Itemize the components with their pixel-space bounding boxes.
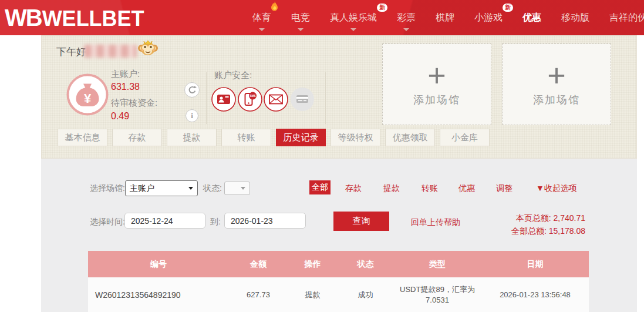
nav-item-sports[interactable]: 体育 [252,0,271,35]
col-header-id: 编号 [88,259,229,270]
info-icon: i [191,111,193,120]
table-header-row: 编号 金额 操作 状态 类型 日期 [88,251,589,277]
status-select-label: 状态: [203,183,222,194]
venue-select[interactable]: 主账户 [125,180,198,196]
history-table: 编号 金额 操作 状态 类型 日期 W26012313564892190 627… [88,251,589,312]
plus-icon: + [547,62,566,88]
add-venue-box-2[interactable]: + 添加场馆 [502,43,611,125]
wellbet-logo[interactable]: WB WELLBET [5,5,144,31]
add-venue-label: 添加场馆 [413,93,460,107]
nav-label: 吉祥的伙 [609,12,644,24]
cell-id: W26012313564892190 [88,290,229,300]
nav-item-mini-games[interactable]: 小游戏 新 [474,0,503,35]
cell-operation: 提款 [288,290,338,300]
tab-promo-claim[interactable]: 优惠领取 [385,129,435,146]
money-bag-icon: ¥ [66,73,109,118]
nav-label: 棋牌 [436,12,454,24]
svg-text:¥: ¥ [84,91,92,106]
main-account-value: 631.38 [111,82,140,92]
chevron-down-icon [259,28,265,31]
date-from-input[interactable] [124,213,205,229]
nav-item-esports[interactable]: 电竞 [291,0,310,35]
logo-text: WELLBET [42,6,144,31]
pending-funds-label: 待审核资金: [111,98,157,109]
refresh-icon [188,86,197,95]
nav-item-promotions[interactable]: 优惠 [522,0,541,35]
type-tab-transfer[interactable]: 转账 [422,183,438,194]
bank-card-verify-icon[interactable] [290,87,315,114]
sms-verify-icon[interactable]: SMS [238,87,262,114]
nav-item-mobile[interactable]: 移动版 [561,0,589,35]
add-venue-box-1[interactable]: + 添加场馆 [382,43,491,125]
tab-withdraw[interactable]: 提款 [167,129,217,146]
tab-basic-info[interactable]: 基本信息 [58,129,107,146]
nav-label: 优惠 [522,12,541,24]
main-nav: 体育 电竞 真人娱乐城 新 彩票 棋牌 小游戏 新 优惠 [252,0,644,35]
greeting-text: 下午好 [56,45,86,59]
nav-label: 小游戏 [474,12,503,24]
account-tabs: 基本信息 存款 提款 转账 历史记录 等级特权 优惠领取 小金库 [58,129,490,146]
status-select[interactable] [224,182,250,195]
add-venue-label: 添加场馆 [533,93,580,107]
cell-type-line2: 7.0531 [393,295,481,306]
venue-select-label: 选择场馆: [90,183,125,194]
tab-vip-privileges[interactable]: 等级特权 [331,129,380,146]
chevron-down-icon [241,187,245,190]
username-redacted [84,45,137,58]
divider [206,72,207,124]
query-button[interactable]: 查询 [333,212,389,231]
nav-label: 体育 [252,12,271,24]
logo-mark: WB [5,5,42,31]
monkey-emoji-icon [138,37,158,59]
cell-amount: 627.73 [229,290,288,299]
tab-transfer[interactable]: 转账 [221,129,271,146]
col-header-status: 状态 [338,259,393,270]
new-badge: 新 [377,4,387,12]
chevron-down-icon [350,28,356,31]
email-verify-icon[interactable] [264,87,288,114]
col-header-operation: 操作 [288,259,338,270]
type-tab-promo[interactable]: 优惠 [458,183,475,194]
nav-label: 彩票 [397,12,416,24]
chevron-down-icon [403,28,409,31]
cell-date: 2026-01-23 13:56:48 [481,290,589,299]
page-total: 本页总额: 2,740.71 [452,212,585,224]
nav-label: 真人娱乐城 [330,12,377,24]
table-row: W26012313564892190 627.73 提款 成功 USDT提款89… [88,277,589,312]
type-tab-deposit[interactable]: 存款 [345,183,362,194]
id-card-verify-icon[interactable] [211,87,236,114]
date-to-input[interactable] [224,213,306,229]
nav-item-lottery[interactable]: 彩票 [397,0,416,35]
history-panel: 选择场馆: 主账户 状态: 全部 存款 提款 转账 优惠 调整 ▼收起选项 选择… [41,159,637,312]
tab-piggy-bank[interactable]: 小金库 [440,129,490,146]
nav-item-lucky[interactable]: 吉祥的伙 [609,0,644,35]
collapse-options-link[interactable]: ▼收起选项 [536,183,577,194]
venue-select-value: 主账户 [130,183,154,194]
new-badge: 新 [503,4,513,12]
account-panel: 下午好 ¥ 主账户: 631.38 待审核资金: 0.49 [41,35,637,159]
nav-label: 电竞 [291,12,310,24]
col-header-type: 类型 [393,259,481,270]
nav-item-live-casino[interactable]: 真人娱乐城 新 [330,0,377,35]
totals-block: 本页总额: 2,740.71 全部总额: 15,178.08 [452,212,585,237]
tab-deposit[interactable]: 存款 [112,129,162,146]
chevron-down-icon [188,187,193,190]
col-header-date: 日期 [481,259,589,270]
type-tab-withdraw[interactable]: 提款 [383,183,400,194]
nav-item-board-games[interactable]: 棋牌 [436,0,454,35]
plus-icon: + [427,62,446,88]
info-button[interactable]: i [186,109,198,122]
account-security-label: 账户安全: [214,70,252,81]
divider [325,72,326,124]
main-account-label: 主账户: [111,69,140,80]
pending-funds-value: 0.49 [111,111,129,122]
fire-icon [271,1,279,14]
type-tab-adjust[interactable]: 调整 [496,183,512,194]
top-navbar: WB WELLBET 体育 电竞 真人娱乐城 新 彩票 棋牌 小游戏 新 [0,0,644,35]
refresh-balance-button[interactable] [184,82,200,98]
type-tab-all[interactable]: 全部 [309,180,331,194]
tab-history[interactable]: 历史记录 [276,129,326,146]
svg-text:SMS: SMS [250,95,256,98]
cell-type: USDT提款89，汇率为 7.0531 [393,284,481,306]
nav-label: 移动版 [561,12,589,24]
